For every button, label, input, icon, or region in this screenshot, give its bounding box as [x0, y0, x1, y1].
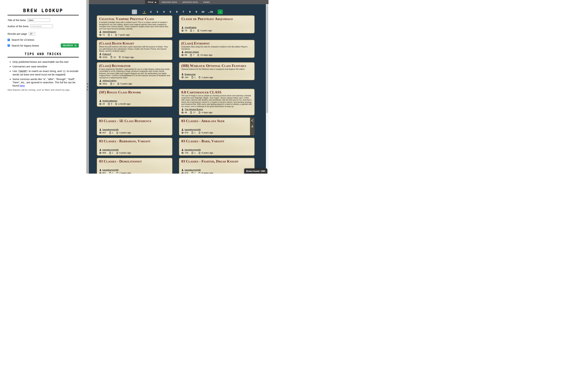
pagination-page-3[interactable]: 3: [156, 10, 159, 14]
brew-title[interactable]: 03 Classes - Bard, Variant: [181, 139, 252, 143]
brew-title[interactable]: Classe de Prestígio: Arquimago: [181, 17, 252, 21]
brew-author[interactable]: kaceebunnsmith: [99, 148, 170, 151]
sort-item-title[interactable]: TITLE: [145, 0, 159, 4]
panel-resizer[interactable]: [86, 0, 89, 173]
brew-card[interactable]: 0.8 Cartomancer CLASSThe use of magic is…: [179, 89, 255, 115]
brew-title[interactable]: 0.8 Cartomancer CLASS: [181, 90, 252, 94]
pages-count: 9: [111, 103, 112, 105]
pagination-page-8[interactable]: 8: [188, 10, 192, 14]
brew-title[interactable]: 03 Classes - Abbalaya Seer: [181, 119, 252, 123]
scrollbar-thumb[interactable]: [266, 5, 268, 113]
pagination-last-page[interactable]: ...70: [208, 10, 213, 13]
tips-list: Only published brews are searchable via …: [7, 60, 79, 87]
brew-title[interactable]: (SF) Rogue Class Rework: [99, 90, 170, 94]
brew-title[interactable]: 03 Classes - Demolitionist: [99, 159, 170, 163]
brew-author-name[interactable]: ArquiRapha: [185, 26, 196, 29]
pages-stat: 1: [191, 172, 195, 173]
title-input[interactable]: [27, 18, 50, 22]
brew-author-name[interactable]: kaceebunnsmith: [185, 169, 201, 171]
brew-title[interactable]: (Class) Entropist: [181, 41, 252, 45]
updated-time: 8 years ago: [202, 172, 213, 173]
brew-card[interactable]: Celestial Vampire Prestige ClassA vampir…: [97, 15, 172, 38]
pages-count: 1: [112, 131, 113, 134]
brew-author-name[interactable]: kaceebunnsmith: [102, 149, 119, 151]
brew-card[interactable]: 03 Classes - Fighter, Dread Knightkaceeb…: [179, 158, 255, 173]
brew-title[interactable]: 03 Classes - 5E Class Reference: [99, 119, 170, 123]
share-button[interactable]: [251, 119, 254, 122]
pagination-page-2[interactable]: 2: [149, 10, 153, 14]
pages-stat: 9: [107, 103, 112, 105]
brew-author[interactable]: kaceebunnsmith: [99, 168, 170, 171]
magnifier-icon: [74, 44, 77, 47]
brew-author[interactable]: AleneShazam: [99, 30, 170, 33]
brew-author-name[interactable]: kaceebunnsmith: [185, 149, 201, 151]
brew-title[interactable]: 03 Classes - Fighter, Dread Knight: [181, 159, 252, 163]
sort-item-created-date[interactable]: CREATED DATE: [159, 0, 180, 4]
brew-card[interactable]: 03 Classes - Demolitionistkaceebunnsmith…: [97, 158, 172, 173]
sort-asc-icon: [155, 1, 156, 3]
brew-title[interactable]: Celestial Vampire Prestige Class: [99, 17, 170, 21]
pagination-prev-button[interactable]: ‹: [132, 10, 137, 14]
pagination-page-10[interactable]: 10: [201, 10, 205, 14]
brew-card[interactable]: (SF) Rogue Class ReworkNoShrubberies209a…: [97, 89, 172, 107]
pagination-page-5[interactable]: 5: [169, 10, 172, 14]
scrollbar-track[interactable]: [266, 4, 269, 173]
brew-author[interactable]: fingersome: [181, 72, 252, 76]
search-button[interactable]: SEARCH: [61, 43, 79, 48]
eye-icon: [99, 34, 102, 36]
brew-author-name[interactable]: AleneShazam: [102, 30, 116, 33]
brew-title[interactable]: (Class) Restorator: [99, 64, 170, 68]
user-icon: [99, 79, 102, 82]
brew-author[interactable]: kaceebunnsmith: [181, 168, 252, 171]
brew-description: A vampiric prestige class with a radiant…: [99, 21, 170, 30]
brew-author[interactable]: PoliusLP: [99, 52, 170, 56]
results-per-page-select[interactable]: 20 ⌄: [29, 32, 35, 35]
v3-checkbox[interactable]: [7, 39, 10, 41]
legacy-checkbox[interactable]: [7, 44, 10, 47]
sort-item-views[interactable]: VIEWS: [201, 0, 212, 4]
brew-author-name[interactable]: PoliusLP: [102, 53, 111, 56]
pagination-page-1[interactable]: 1: [143, 10, 146, 14]
brew-author[interactable]: kaceebunnsmith: [99, 128, 170, 131]
brew-author-name[interactable]: kaceebunnsmith: [185, 128, 201, 131]
brew-title[interactable]: 03 Classes - Barbarian, Variant: [99, 139, 170, 143]
brew-card[interactable]: (Class) EntropistA playable class using …: [179, 40, 255, 58]
brew-author-name[interactable]: The Wizard Bunny: [185, 108, 203, 111]
brew-card[interactable]: 03 Classes - Bard, Variantkaceebunnsmith…: [179, 138, 255, 156]
brew-author[interactable]: kaceebunnsmith: [181, 128, 252, 131]
brew-author[interactable]: NoShrubberies: [99, 99, 170, 102]
brew-author-name[interactable]: kaceebunnsmith: [102, 128, 119, 131]
author-input[interactable]: [30, 24, 53, 28]
brew-author[interactable]: At0micCyb0rg: [99, 79, 170, 82]
pagination-page-4[interactable]: 4: [162, 10, 166, 14]
brew-card[interactable]: (Class) Death KnightMelee-focused warrio…: [97, 40, 172, 60]
pagination-next-button[interactable]: ›: [218, 10, 223, 14]
brew-author-name[interactable]: fingersome: [185, 73, 195, 76]
brew-card[interactable]: 03 Classes - Abbalaya Seerkaceebunnsmith…: [179, 117, 255, 135]
brew-author-name[interactable]: At0micCyb0rg: [102, 79, 116, 82]
brew-author[interactable]: ArquiRapha: [181, 25, 252, 29]
brew-card[interactable]: (Class) RestoratorA class inspired by Ti…: [97, 62, 172, 87]
brew-author[interactable]: The Wizard Bunny: [181, 107, 252, 111]
stop-words-link[interactable]: here: [20, 84, 25, 87]
brew-card[interactable]: (HB) Warlock Optional Class FeaturesOpti…: [179, 62, 255, 80]
brew-author[interactable]: kaceebunnsmith: [181, 148, 252, 151]
download-button[interactable]: [251, 125, 254, 128]
brew-author[interactable]: atreya's brews: [181, 50, 252, 53]
brew-card[interactable]: Classe de Prestígio: ArquimagoArquiRapha…: [179, 15, 255, 33]
brew-author-name[interactable]: kaceebunnsmith: [102, 169, 119, 171]
pagination-page-9[interactable]: 9: [195, 10, 198, 14]
eye-icon: [99, 83, 102, 85]
pages-stat: 1: [109, 131, 113, 134]
brew-card[interactable]: 03 Classes - Barbarian, Variantkaceebunn…: [97, 138, 172, 156]
brew-card[interactable]: 03 Classes - 5E Class Referencekaceebunn…: [97, 117, 172, 135]
pagination-page-6[interactable]: 6: [175, 10, 179, 14]
sort-item-updated-date[interactable]: UPDATED DATE: [180, 0, 201, 4]
eye-icon: [181, 132, 184, 134]
brew-author-name[interactable]: atreya's brews: [185, 51, 199, 53]
eye-icon: [181, 29, 184, 32]
pagination-page-7[interactable]: 7: [182, 10, 185, 14]
brew-title[interactable]: (HB) Warlock Optional Class Features: [181, 64, 252, 68]
brew-title[interactable]: (Class) Death Knight: [99, 41, 170, 45]
brew-author-name[interactable]: NoShrubberies: [102, 99, 117, 102]
